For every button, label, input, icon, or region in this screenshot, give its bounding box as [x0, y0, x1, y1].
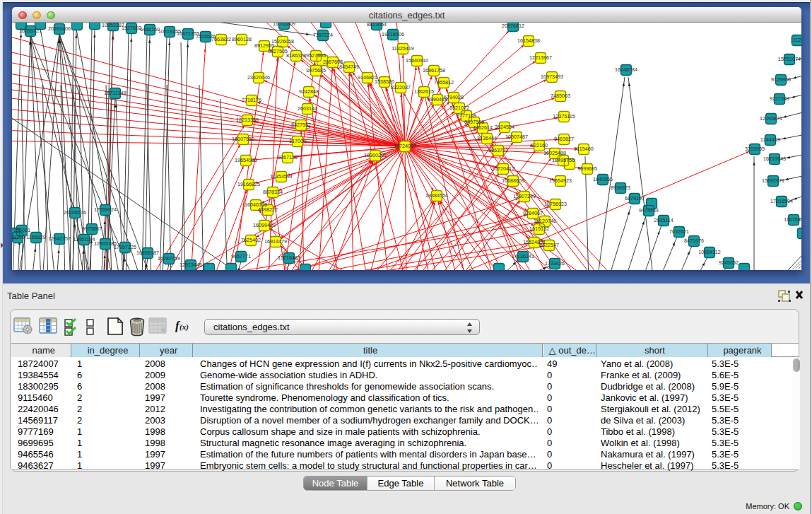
svg-text:19654983: 19654983 — [235, 157, 257, 163]
svg-text:6879197: 6879197 — [625, 195, 645, 201]
svg-text:19384554: 19384554 — [425, 192, 448, 199]
svg-text:1640955: 1640955 — [593, 176, 613, 182]
svg-text:17957225: 17957225 — [114, 244, 136, 250]
svg-text:16961758: 16961758 — [423, 67, 445, 74]
svg-text:16210643: 16210643 — [763, 156, 786, 162]
svg-text:317004: 317004 — [289, 138, 306, 144]
svg-text:12213967: 12213967 — [529, 54, 552, 61]
svg-text:1156829: 1156829 — [26, 234, 45, 240]
svg-text:18120746: 18120746 — [534, 218, 556, 224]
svg-text:4498222: 4498222 — [258, 206, 278, 213]
svg-text:7625402: 7625402 — [241, 237, 261, 243]
svg-text:10958187: 10958187 — [136, 250, 159, 256]
svg-text:3975685: 3975685 — [306, 67, 326, 74]
svg-text:8863722: 8863722 — [488, 147, 508, 153]
svg-text:3624554: 3624554 — [495, 124, 514, 130]
svg-text:9527505: 9527505 — [306, 52, 326, 59]
svg-text:2136444: 2136444 — [477, 135, 497, 141]
svg-text:19756923: 19756923 — [544, 201, 567, 207]
svg-text:10688609: 10688609 — [502, 177, 524, 184]
svg-text:1167533: 1167533 — [784, 216, 801, 223]
svg-text:9474444: 9474444 — [639, 207, 659, 214]
svg-text:8186328: 8186328 — [286, 52, 306, 59]
svg-text:2718176: 2718176 — [242, 97, 261, 103]
svg-text:2935114: 2935114 — [654, 217, 673, 223]
svg-text:9777169: 9777169 — [457, 112, 476, 119]
svg-text:18724007: 18724007 — [394, 143, 416, 149]
svg-text:39159: 39159 — [12, 234, 25, 240]
svg-text:7357224: 7357224 — [313, 32, 333, 38]
svg-text:19654923: 19654923 — [549, 177, 572, 184]
svg-text:1621072: 1621072 — [449, 105, 469, 111]
svg-text:20206576: 20206576 — [64, 209, 86, 216]
svg-text:9245052: 9245052 — [719, 259, 739, 266]
svg-text:10654112: 10654112 — [698, 249, 720, 255]
svg-text:9284067: 9284067 — [523, 210, 543, 216]
svg-text:f: f — [175, 319, 181, 332]
svg-text:11451194: 11451194 — [73, 236, 95, 243]
svg-text:9975887: 9975887 — [82, 226, 102, 232]
svg-text:11325419: 11325419 — [392, 45, 413, 52]
svg-text:16107552: 16107552 — [232, 136, 254, 142]
svg-text:12213369: 12213369 — [236, 117, 259, 123]
svg-text:15640910: 15640910 — [406, 57, 428, 64]
svg-text:7462614: 7462614 — [473, 124, 493, 131]
svg-text:12375115: 12375115 — [553, 113, 575, 119]
svg-text:9242848: 9242848 — [299, 88, 319, 95]
svg-text:1733426: 1733426 — [545, 260, 565, 267]
svg-text:8938923: 8938923 — [611, 185, 630, 191]
svg-text:1362615: 1362615 — [414, 88, 434, 95]
svg-text:20876812: 20876812 — [502, 23, 524, 29]
svg-text:6466160: 6466160 — [140, 26, 160, 33]
svg-text:8427552: 8427552 — [291, 122, 311, 128]
svg-text:8454749: 8454749 — [339, 64, 359, 70]
svg-text:16154838: 16154838 — [517, 37, 540, 44]
svg-text:9227349: 9227349 — [770, 95, 789, 102]
svg-text:15720417: 15720417 — [492, 165, 514, 172]
svg-text:7955812: 7955812 — [434, 79, 454, 86]
svg-text:16099489: 16099489 — [253, 222, 276, 228]
svg-text:18495756: 18495756 — [552, 157, 575, 163]
svg-text:8878334: 8878334 — [263, 189, 283, 195]
svg-text:15807249: 15807249 — [513, 193, 536, 199]
svg-text:9657771: 9657771 — [231, 253, 251, 259]
svg-text:3215955: 3215955 — [745, 146, 765, 152]
svg-text:7485063: 7485063 — [551, 93, 570, 99]
svg-text:8813054: 8813054 — [367, 23, 387, 28]
svg-text:1244419: 1244419 — [760, 136, 780, 143]
svg-text:15226058: 15226058 — [271, 38, 294, 45]
svg-text:16782759: 16782759 — [158, 255, 180, 262]
svg-text:622160: 622160 — [531, 142, 548, 148]
svg-text:10025488: 10025488 — [543, 150, 566, 156]
svg-text:1527602: 1527602 — [122, 25, 141, 31]
svg-text:155061: 155061 — [13, 227, 30, 233]
svg-text:8960128: 8960128 — [232, 36, 252, 42]
svg-text:9115460: 9115460 — [574, 146, 593, 152]
svg-text:12093871: 12093871 — [760, 115, 782, 122]
svg-text:16648784: 16648784 — [615, 66, 637, 73]
svg-text:15692971: 15692971 — [762, 177, 784, 184]
svg-text:8267130: 8267130 — [278, 154, 298, 160]
svg-text:7663822: 7663822 — [211, 36, 231, 42]
svg-text:17016504: 17016504 — [770, 198, 793, 204]
svg-text:6794028: 6794028 — [444, 94, 464, 100]
svg-text:23420046: 23420046 — [247, 74, 270, 81]
svg-text:8322037: 8322037 — [391, 84, 411, 90]
svg-text:12942757: 12942757 — [48, 235, 71, 242]
svg-text:1615132: 1615132 — [529, 226, 549, 232]
svg-text:19218506: 19218506 — [382, 31, 404, 37]
svg-text:10507487: 10507487 — [505, 134, 528, 140]
svg-text:9129966: 9129966 — [771, 76, 791, 83]
svg-text:19166825: 19166825 — [237, 181, 260, 187]
svg-text:14136141: 14136141 — [512, 253, 534, 259]
svg-text:17559924: 17559924 — [94, 206, 117, 213]
svg-text:12923446: 12923446 — [180, 262, 202, 268]
svg-text:9327505: 9327505 — [268, 48, 288, 54]
svg-text:11122: 11122 — [791, 37, 801, 43]
svg-text:16053809: 16053809 — [273, 23, 295, 27]
svg-text:9463627: 9463627 — [554, 136, 574, 142]
svg-text:11353594: 11353594 — [270, 173, 292, 180]
svg-text:7632621: 7632621 — [669, 228, 689, 235]
svg-text:2522547: 2522547 — [539, 242, 559, 248]
svg-text:9699695: 9699695 — [577, 165, 597, 172]
